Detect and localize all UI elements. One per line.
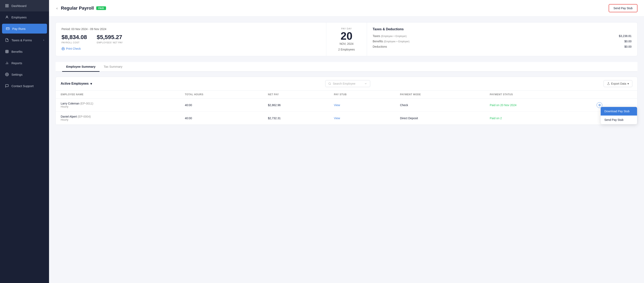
back-button[interactable]: ‹ [56, 5, 58, 11]
employee-type: Hourly [61, 118, 175, 121]
sidebar-item-label: Benefits [12, 50, 22, 53]
net-pay-cell: $2,732.31 [263, 112, 329, 125]
export-data-button[interactable]: Export Data ▾ [604, 80, 632, 87]
period-label: Period: 03 Nov 2024 - 09 Nov 2024 [62, 28, 320, 31]
page-title: Regular Payroll [61, 6, 94, 11]
payroll-cost-block: $8,834.08 PAYROLL COST [62, 34, 87, 44]
page-header: ‹ Regular Payroll PAID Send Pay Stub [49, 0, 644, 17]
tabs-bar: Employee Summary Tax Summary [56, 62, 638, 72]
grid2-icon [5, 50, 9, 54]
col-total-hours: TOTAL HOURS [180, 91, 263, 99]
svg-rect-0 [6, 4, 6, 5]
sidebar-item-reports[interactable]: Reports [0, 57, 49, 69]
chevron-right-icon: › [43, 39, 44, 42]
export-chevron-icon: ▾ [628, 82, 629, 85]
tax-value-benefits: $0.00 [624, 40, 632, 43]
content-area: Period: 03 Nov 2024 - 09 Nov 2024 $8,834… [49, 17, 644, 283]
table-toolbar: Active Employees ▾ Search Employee Expor… [56, 77, 637, 90]
svg-rect-5 [6, 28, 10, 30]
tab-tax-summary[interactable]: Tax Summary [100, 62, 126, 72]
send-pay-stub-item[interactable]: Send Pay Stub [601, 116, 637, 124]
payment-status-text: Paid on 2 [490, 117, 502, 120]
employee-name-cell: Daniel Alpert (EP-0004) Hourly [56, 112, 180, 125]
employee-id-text: (EP-0004) [78, 115, 91, 118]
print-check-button[interactable]: Print Check [62, 47, 81, 50]
sidebar-item-label: Reports [12, 61, 22, 65]
print-check-label: Print Check [66, 47, 81, 50]
employee-name-text: Larry Coleman [61, 102, 80, 105]
summary-row: Period: 03 Nov 2024 - 09 Nov 2024 $8,834… [56, 22, 638, 56]
tax-value-deductions: $0.00 [624, 45, 632, 48]
benefits-sublabel: (Employee + Employer) [384, 40, 410, 43]
col-payment-mode: PAYMENT MODE [395, 91, 485, 99]
total-hours-cell: 40:00 [180, 112, 263, 125]
taxes-card: Taxes & Deductions Taxes (Employee + Emp… [367, 22, 638, 56]
payment-mode-cell: Check [395, 99, 485, 112]
dropdown-menu: Download Pay Stub Send Pay Stub [600, 107, 637, 124]
creditcard-icon [6, 27, 10, 31]
tab-employee-summary[interactable]: Employee Summary [62, 62, 100, 72]
search-placeholder: Search Employee [333, 82, 363, 85]
svg-rect-1 [7, 4, 8, 5]
payment-status-cell: Paid on 2 [485, 112, 592, 125]
chat-icon [5, 84, 9, 88]
sidebar-item-label: Dashboard [12, 4, 26, 8]
tax-row-benefits: Benefits (Employee + Employer) $0.00 [373, 40, 632, 43]
gear-icon [5, 72, 9, 77]
view-stub-link[interactable]: View [334, 104, 340, 107]
payroll-cost-label: PAYROLL COST [62, 41, 87, 44]
net-pay-value: $5,595.27 [97, 34, 123, 41]
payday-card: PAY DAY 20 NOV, 2024 2 Employees [326, 22, 367, 56]
document-icon [5, 38, 9, 42]
main-content: ‹ Regular Payroll PAID Send Pay Stub Per… [49, 0, 644, 283]
tax-row-taxes: Taxes (Employee + Employer) $3,238.81 [373, 34, 632, 38]
sidebar-item-contact-support[interactable]: Contact Support [0, 80, 49, 92]
employee-full-name: Larry Coleman (EP-0011) [61, 102, 175, 105]
tax-label-benefits: Benefits (Employee + Employer) [373, 40, 410, 43]
svg-line-18 [330, 84, 331, 85]
sidebar-item-benefits[interactable]: Benefits [0, 46, 49, 57]
svg-rect-3 [6, 6, 6, 7]
sidebar-item-label: Taxes & Forms [12, 39, 32, 42]
employee-name-cell: Larry Coleman (EP-0011) Hourly [56, 99, 180, 112]
filter-label: Active Employees [61, 82, 89, 86]
sidebar-item-pay-runs[interactable]: Pay Runs [2, 24, 47, 34]
active-employees-filter[interactable]: Active Employees ▾ [61, 82, 92, 86]
actions-cell: ⊕ Download Pay Stub Send Pay Stub [592, 99, 637, 112]
export-label: Export Data [611, 82, 626, 85]
view-stub-link[interactable]: View [334, 117, 340, 120]
col-employee-name: EMPLOYEE NAME [56, 91, 180, 99]
employees-table: EMPLOYEE NAME TOTAL HOURS NET PAY PAY ST… [56, 90, 637, 125]
net-pay-cell: $2,862.96 [263, 99, 329, 112]
send-pay-stub-button[interactable]: Send Pay Stub [609, 4, 638, 12]
sidebar-item-label: Settings [12, 73, 22, 76]
employee-id-text: (EP-0011) [80, 102, 93, 105]
amount-row: $8,834.08 PAYROLL COST $5,595.27 EMPLOYE… [62, 34, 320, 44]
taxes-sublabel: (Employee + Employer) [381, 35, 406, 38]
sidebar-item-taxes-forms[interactable]: Taxes & Forms › [0, 34, 49, 46]
payment-mode-cell: Direct Deposit [395, 112, 485, 125]
printer-icon [62, 47, 65, 50]
download-pay-stub-item[interactable]: Download Pay Stub [601, 107, 637, 116]
employees-count: 2 Employees [338, 48, 355, 51]
net-pay-block: $5,595.27 EMPLOYEES' NET PAY [97, 34, 123, 44]
svg-rect-2 [7, 6, 8, 7]
sidebar-item-employees[interactable]: Employees [0, 12, 49, 23]
col-payment-status: PAYMENT STATUS [485, 91, 592, 99]
svg-point-4 [6, 16, 8, 17]
payday-label: PAY DAY [341, 28, 352, 30]
payday-month: NOV, 2024 [340, 42, 354, 45]
payment-status-text: Paid on 20 Nov 2024 [490, 104, 516, 107]
person-icon [5, 15, 9, 19]
search-employee-box[interactable]: Search Employee [325, 80, 370, 87]
payday-number: 20 [340, 31, 352, 41]
barchart-icon [5, 61, 9, 65]
pay-stub-cell: View [329, 112, 395, 125]
sidebar-item-settings[interactable]: Settings [0, 69, 49, 80]
pay-stub-cell: View [329, 99, 395, 112]
tax-label-deductions: Deductions [373, 45, 387, 48]
sidebar-item-dashboard[interactable]: Dashboard [0, 0, 49, 12]
sidebar-item-label: Employees [12, 16, 26, 19]
paid-badge: PAID [96, 6, 106, 10]
chevron-down-icon: ▾ [90, 82, 92, 86]
